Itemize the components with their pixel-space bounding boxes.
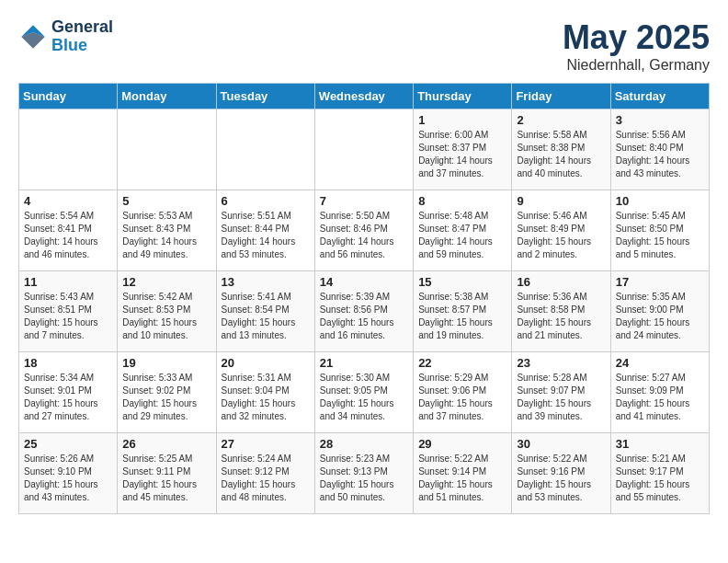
calendar-cell: 15Sunrise: 5:38 AM Sunset: 8:57 PM Dayli… (414, 271, 512, 352)
week-row-3: 11Sunrise: 5:43 AM Sunset: 8:51 PM Dayli… (19, 271, 710, 352)
calendar-cell: 20Sunrise: 5:31 AM Sunset: 9:04 PM Dayli… (216, 352, 314, 433)
logo-text: General Blue (51, 18, 113, 55)
day-info: Sunrise: 5:51 AM Sunset: 8:44 PM Dayligh… (222, 210, 310, 261)
day-info: Sunrise: 5:58 AM Sunset: 8:38 PM Dayligh… (517, 129, 605, 180)
day-number: 1 (418, 113, 506, 127)
day-info: Sunrise: 5:26 AM Sunset: 9:10 PM Dayligh… (24, 453, 112, 504)
day-info: Sunrise: 5:35 AM Sunset: 9:00 PM Dayligh… (616, 291, 704, 342)
header-wednesday: Wednesday (314, 84, 413, 109)
day-number: 17 (616, 275, 704, 289)
day-info: Sunrise: 5:48 AM Sunset: 8:47 PM Dayligh… (418, 210, 506, 261)
day-info: Sunrise: 5:34 AM Sunset: 9:01 PM Dayligh… (24, 372, 112, 423)
calendar-cell: 8Sunrise: 5:48 AM Sunset: 8:47 PM Daylig… (414, 190, 512, 271)
day-info: Sunrise: 5:25 AM Sunset: 9:11 PM Dayligh… (122, 453, 210, 504)
calendar-cell (216, 109, 314, 190)
calendar-cell: 13Sunrise: 5:41 AM Sunset: 8:54 PM Dayli… (216, 271, 314, 352)
day-number: 31 (616, 437, 704, 451)
calendar-cell: 25Sunrise: 5:26 AM Sunset: 9:10 PM Dayli… (19, 433, 118, 514)
calendar-cell (118, 109, 216, 190)
day-number: 29 (418, 437, 506, 451)
day-info: Sunrise: 5:30 AM Sunset: 9:05 PM Dayligh… (320, 372, 408, 423)
calendar-cell: 14Sunrise: 5:39 AM Sunset: 8:56 PM Dayli… (314, 271, 413, 352)
day-number: 16 (517, 275, 605, 289)
calendar-cell: 19Sunrise: 5:33 AM Sunset: 9:02 PM Dayli… (118, 352, 216, 433)
day-number: 28 (320, 437, 408, 451)
calendar-cell: 6Sunrise: 5:51 AM Sunset: 8:44 PM Daylig… (216, 190, 314, 271)
location: Niedernhall, Germany (563, 57, 710, 74)
day-number: 9 (517, 194, 605, 208)
month-year: May 2025 (563, 18, 710, 57)
day-number: 7 (320, 194, 408, 208)
day-info: Sunrise: 5:46 AM Sunset: 8:49 PM Dayligh… (517, 210, 605, 261)
page-header: General Blue May 2025 Niedernhall, Germa… (18, 18, 710, 74)
day-number: 14 (320, 275, 408, 289)
header-thursday: Thursday (414, 84, 512, 109)
title-block: May 2025 Niedernhall, Germany (563, 18, 710, 74)
day-number: 30 (517, 437, 605, 451)
day-info: Sunrise: 5:28 AM Sunset: 9:07 PM Dayligh… (517, 372, 605, 423)
day-number: 2 (517, 113, 605, 127)
day-number: 10 (616, 194, 704, 208)
calendar-cell: 4Sunrise: 5:54 AM Sunset: 8:41 PM Daylig… (19, 190, 118, 271)
day-info: Sunrise: 5:29 AM Sunset: 9:06 PM Dayligh… (418, 372, 506, 423)
calendar-cell: 5Sunrise: 5:53 AM Sunset: 8:43 PM Daylig… (118, 190, 216, 271)
calendar-cell: 24Sunrise: 5:27 AM Sunset: 9:09 PM Dayli… (610, 352, 709, 433)
week-row-5: 25Sunrise: 5:26 AM Sunset: 9:10 PM Dayli… (19, 433, 710, 514)
day-number: 27 (222, 437, 310, 451)
calendar-cell: 30Sunrise: 5:22 AM Sunset: 9:16 PM Dayli… (512, 433, 610, 514)
day-number: 3 (616, 113, 704, 127)
header-friday: Friday (512, 84, 610, 109)
day-info: Sunrise: 5:23 AM Sunset: 9:13 PM Dayligh… (320, 453, 408, 504)
day-number: 13 (222, 275, 310, 289)
day-info: Sunrise: 5:31 AM Sunset: 9:04 PM Dayligh… (222, 372, 310, 423)
calendar-cell: 3Sunrise: 5:56 AM Sunset: 8:40 PM Daylig… (610, 109, 709, 190)
calendar-cell: 22Sunrise: 5:29 AM Sunset: 9:06 PM Dayli… (414, 352, 512, 433)
calendar-cell: 28Sunrise: 5:23 AM Sunset: 9:13 PM Dayli… (314, 433, 413, 514)
header-tuesday: Tuesday (216, 84, 314, 109)
header-monday: Monday (118, 84, 216, 109)
logo-icon (18, 22, 48, 52)
calendar-cell: 2Sunrise: 5:58 AM Sunset: 8:38 PM Daylig… (512, 109, 610, 190)
calendar-cell: 18Sunrise: 5:34 AM Sunset: 9:01 PM Dayli… (19, 352, 118, 433)
day-info: Sunrise: 5:24 AM Sunset: 9:12 PM Dayligh… (222, 453, 310, 504)
day-info: Sunrise: 5:33 AM Sunset: 9:02 PM Dayligh… (122, 372, 210, 423)
day-info: Sunrise: 5:38 AM Sunset: 8:57 PM Dayligh… (418, 291, 506, 342)
calendar-cell: 11Sunrise: 5:43 AM Sunset: 8:51 PM Dayli… (19, 271, 118, 352)
calendar-cell: 26Sunrise: 5:25 AM Sunset: 9:11 PM Dayli… (118, 433, 216, 514)
calendar-header-row: SundayMondayTuesdayWednesdayThursdayFrid… (19, 84, 710, 109)
calendar-cell: 16Sunrise: 5:36 AM Sunset: 8:58 PM Dayli… (512, 271, 610, 352)
day-info: Sunrise: 5:36 AM Sunset: 8:58 PM Dayligh… (517, 291, 605, 342)
week-row-4: 18Sunrise: 5:34 AM Sunset: 9:01 PM Dayli… (19, 352, 710, 433)
day-number: 6 (222, 194, 310, 208)
calendar-cell: 17Sunrise: 5:35 AM Sunset: 9:00 PM Dayli… (610, 271, 709, 352)
day-info: Sunrise: 5:22 AM Sunset: 9:16 PM Dayligh… (517, 453, 605, 504)
day-number: 8 (418, 194, 506, 208)
day-number: 25 (24, 437, 112, 451)
calendar-cell: 31Sunrise: 5:21 AM Sunset: 9:17 PM Dayli… (610, 433, 709, 514)
week-row-2: 4Sunrise: 5:54 AM Sunset: 8:41 PM Daylig… (19, 190, 710, 271)
day-info: Sunrise: 5:54 AM Sunset: 8:41 PM Dayligh… (24, 210, 112, 261)
day-info: Sunrise: 5:27 AM Sunset: 9:09 PM Dayligh… (616, 372, 704, 423)
calendar-cell: 12Sunrise: 5:42 AM Sunset: 8:53 PM Dayli… (118, 271, 216, 352)
calendar-cell: 1Sunrise: 6:00 AM Sunset: 8:37 PM Daylig… (414, 109, 512, 190)
day-number: 15 (418, 275, 506, 289)
header-saturday: Saturday (610, 84, 709, 109)
day-number: 4 (24, 194, 112, 208)
day-number: 5 (122, 194, 210, 208)
day-info: Sunrise: 5:41 AM Sunset: 8:54 PM Dayligh… (222, 291, 310, 342)
day-info: Sunrise: 5:53 AM Sunset: 8:43 PM Dayligh… (122, 210, 210, 261)
day-info: Sunrise: 6:00 AM Sunset: 8:37 PM Dayligh… (418, 129, 506, 180)
calendar-cell: 10Sunrise: 5:45 AM Sunset: 8:50 PM Dayli… (610, 190, 709, 271)
day-number: 20 (222, 356, 310, 370)
day-info: Sunrise: 5:43 AM Sunset: 8:51 PM Dayligh… (24, 291, 112, 342)
day-number: 18 (24, 356, 112, 370)
day-info: Sunrise: 5:42 AM Sunset: 8:53 PM Dayligh… (122, 291, 210, 342)
day-info: Sunrise: 5:50 AM Sunset: 8:46 PM Dayligh… (320, 210, 408, 261)
calendar-cell: 9Sunrise: 5:46 AM Sunset: 8:49 PM Daylig… (512, 190, 610, 271)
logo: General Blue (18, 18, 113, 55)
calendar-cell (19, 109, 118, 190)
calendar-cell: 21Sunrise: 5:30 AM Sunset: 9:05 PM Dayli… (314, 352, 413, 433)
day-number: 26 (122, 437, 210, 451)
day-number: 19 (122, 356, 210, 370)
day-number: 21 (320, 356, 408, 370)
